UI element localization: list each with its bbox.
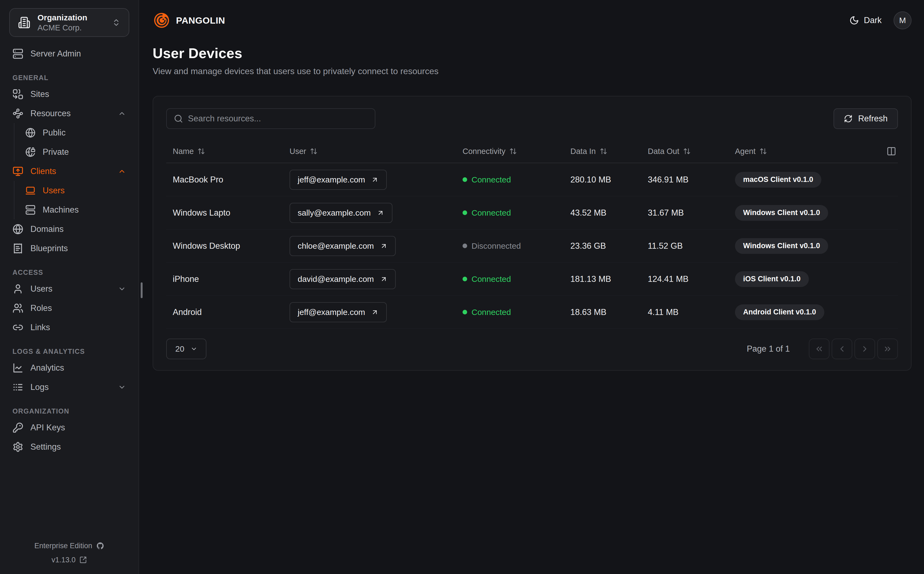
- column-label: Connectivity: [462, 147, 505, 156]
- last-page-button[interactable]: [877, 339, 898, 359]
- key-icon: [13, 422, 24, 433]
- device-name: Android: [166, 308, 283, 317]
- column-header-name[interactable]: Name: [166, 147, 283, 156]
- brand-logo[interactable]: PANGOLIN: [153, 11, 225, 29]
- column-header-user[interactable]: User: [283, 147, 456, 156]
- org-selector[interactable]: Organization ACME Corp.: [9, 8, 129, 37]
- user-email: jeff@example.com: [298, 308, 365, 317]
- globe-icon: [13, 224, 24, 235]
- sidebar-item-label: Roles: [30, 303, 52, 313]
- sidebar-item-label: API Keys: [30, 423, 65, 432]
- theme-toggle[interactable]: Dark: [849, 16, 881, 25]
- sidebar-item-label: Links: [30, 323, 50, 332]
- column-header-agent-inner: Agent: [735, 147, 767, 156]
- edition-link[interactable]: Enterprise Edition: [0, 539, 139, 553]
- table-row: Android jeff@example.com Connected 18.63…: [166, 296, 898, 329]
- table-toolbar: Refresh: [166, 108, 898, 129]
- page-title: User Devices: [153, 45, 911, 62]
- agent-badge: Windows Client v0.1.0: [735, 205, 828, 221]
- arrow-up-right-icon: [371, 309, 378, 316]
- column-header-agent[interactable]: Agent: [728, 147, 898, 156]
- chevrons-right-icon: [883, 344, 892, 353]
- external-link-icon: [79, 556, 87, 564]
- column-header-connectivity[interactable]: Connectivity: [456, 147, 564, 156]
- table-row: iPhone david@example.com Connected 181.1…: [166, 263, 898, 296]
- status-dot-icon: [462, 310, 467, 314]
- pagination-buttons: [809, 339, 898, 359]
- prev-page-button[interactable]: [832, 339, 852, 359]
- sidebar-item-domains[interactable]: Domains: [9, 219, 129, 239]
- page-size-value: 20: [175, 344, 184, 353]
- avatar[interactable]: M: [894, 11, 911, 29]
- data-out-value: 31.67 MB: [641, 208, 728, 218]
- search-input[interactable]: [166, 108, 375, 129]
- moon-icon: [849, 16, 859, 25]
- sidebar-item-sites[interactable]: Sites: [9, 84, 129, 104]
- columns-toggle-button[interactable]: [886, 147, 896, 156]
- sidebar-item-links[interactable]: Links: [9, 318, 129, 337]
- data-out-value: 346.91 MB: [641, 175, 728, 184]
- sidebar-item-label: Private: [43, 147, 69, 157]
- user-link-button[interactable]: sally@example.com: [290, 203, 393, 223]
- chevrons-up-down-icon: [112, 18, 121, 27]
- user-link-button[interactable]: chloe@example.com: [290, 236, 396, 256]
- section-header-logs-analytics: LOGS & ANALYTICS: [9, 343, 129, 358]
- column-header-data-out[interactable]: Data Out: [641, 147, 728, 156]
- chart-line-icon: [13, 363, 24, 373]
- status-dot-icon: [462, 244, 467, 248]
- device-name: Windows Desktop: [166, 241, 283, 251]
- avatar-initial: M: [899, 16, 906, 25]
- sidebar-item-roles[interactable]: Roles: [9, 298, 129, 318]
- column-header-data-in[interactable]: Data In: [564, 147, 641, 156]
- connectivity-status: Connected: [462, 208, 564, 218]
- column-label: Data In: [570, 147, 596, 156]
- gear-icon: [13, 442, 24, 453]
- github-icon: [96, 542, 104, 550]
- sidebar-item-api-keys[interactable]: API Keys: [9, 418, 129, 437]
- column-label: Agent: [735, 147, 755, 156]
- version-link[interactable]: v1.13.0: [0, 553, 139, 567]
- columns-icon: [886, 147, 896, 156]
- sidebar-item-analytics[interactable]: Analytics: [9, 358, 129, 377]
- sidebar-item-logs[interactable]: Logs: [9, 377, 129, 397]
- top-controls: Dark M: [849, 11, 911, 29]
- clients-sub-list: Users Machines: [14, 181, 129, 219]
- refresh-button[interactable]: Refresh: [834, 108, 898, 129]
- data-in-value: 18.63 MB: [564, 308, 641, 317]
- sites-icon: [13, 89, 24, 99]
- user-link-button[interactable]: jeff@example.com: [290, 302, 387, 322]
- table-row: MacBook Pro jeff@example.com Connected 2…: [166, 163, 898, 196]
- sidebar-item-users[interactable]: Users: [9, 279, 129, 298]
- status-label: Connected: [471, 208, 511, 218]
- page-size-select[interactable]: 20: [166, 339, 207, 359]
- first-page-button[interactable]: [809, 339, 829, 359]
- sidebar-item-settings[interactable]: Settings: [9, 437, 129, 456]
- sidebar-item-machines[interactable]: Machines: [14, 200, 129, 219]
- table-header-row: Name User Connectivity Data In Data Out: [166, 140, 898, 163]
- chevron-down-icon: [118, 383, 126, 391]
- sort-icon: [197, 147, 205, 155]
- search-wrap: [166, 108, 375, 129]
- user-link-button[interactable]: jeff@example.com: [290, 170, 387, 190]
- section-header-organization: ORGANIZATION: [9, 403, 129, 418]
- sidebar-item-blueprints[interactable]: Blueprints: [9, 239, 129, 258]
- refresh-icon: [844, 114, 853, 123]
- sort-icon: [683, 147, 691, 155]
- sidebar-item-public[interactable]: Public: [14, 123, 129, 142]
- user-email: chloe@example.com: [298, 241, 374, 251]
- chevron-up-icon: [118, 167, 126, 175]
- sidebar-item-private[interactable]: Private: [14, 142, 129, 162]
- sidebar-item-resources[interactable]: Resources: [9, 104, 129, 123]
- next-page-button[interactable]: [855, 339, 875, 359]
- device-name: iPhone: [166, 274, 283, 284]
- globe-lock-icon: [25, 147, 36, 157]
- sidebar-item-clients-users[interactable]: Users: [14, 181, 129, 200]
- pangolin-logo-icon: [153, 11, 170, 29]
- data-in-value: 181.13 MB: [564, 274, 641, 284]
- brand-name: PANGOLIN: [176, 15, 225, 26]
- user-link-button[interactable]: david@example.com: [290, 269, 396, 289]
- sidebar-item-server-admin[interactable]: Server Admin: [9, 44, 129, 63]
- data-in-value: 280.10 MB: [564, 175, 641, 184]
- sidebar-item-clients[interactable]: Clients: [9, 162, 129, 181]
- link-icon: [13, 322, 24, 333]
